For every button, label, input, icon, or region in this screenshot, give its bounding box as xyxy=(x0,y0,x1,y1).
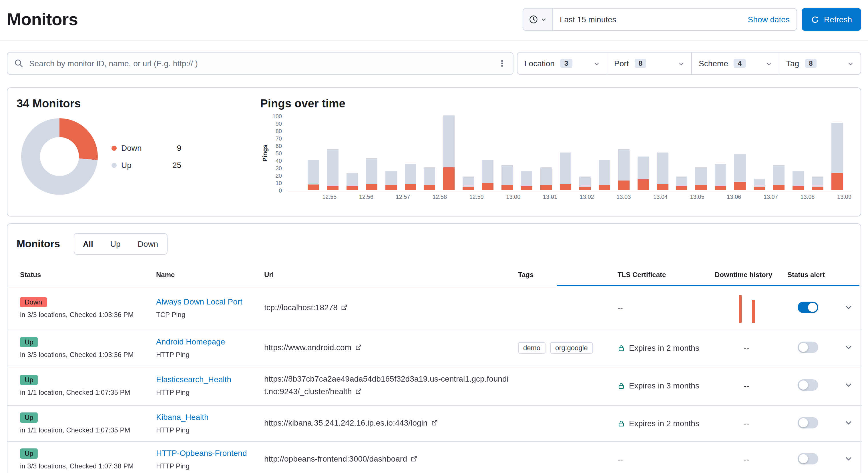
external-link-icon[interactable] xyxy=(431,417,438,430)
downtime-history-cell: -- xyxy=(710,330,783,366)
filter-label: Tag xyxy=(786,59,799,68)
status-alert-toggle[interactable] xyxy=(798,417,818,429)
monitor-name-link[interactable]: Elasticsearch_Health xyxy=(156,375,231,384)
status-badge: Up xyxy=(20,449,38,459)
toggle-knob xyxy=(808,302,817,312)
status-alert-cell xyxy=(783,366,835,406)
x-axis: 12:5512:5612:5712:5812:5913:0013:0113:02… xyxy=(286,194,851,203)
external-link-icon[interactable] xyxy=(410,453,417,466)
super-date-picker: Last 15 minutes Show dates xyxy=(523,8,797,31)
tag-badge[interactable]: org:google xyxy=(550,342,593,353)
tab-all[interactable]: All xyxy=(74,234,102,254)
tags-cell xyxy=(514,286,613,330)
checked-text: in 1/1 location, Checked 1:07:35 PM xyxy=(20,427,147,434)
search-box xyxy=(7,52,514,75)
show-dates-link[interactable]: Show dates xyxy=(748,15,790,24)
pings-bar xyxy=(637,156,649,190)
monitor-name-link[interactable]: Kibana_Health xyxy=(156,413,209,422)
url-cell: tcp://localhost:18278 xyxy=(259,286,514,330)
legend-item[interactable]: Up25 xyxy=(112,161,181,170)
tags-cell xyxy=(514,406,613,442)
expand-row-chevron-icon[interactable] xyxy=(844,303,852,313)
x-tick-label: 13:07 xyxy=(764,194,778,200)
legend-item[interactable]: Down9 xyxy=(112,143,181,153)
monitor-name-link[interactable]: Android Homepage xyxy=(156,337,225,346)
col-status: Status xyxy=(7,264,152,286)
tags-cell xyxy=(514,442,613,473)
filter-port[interactable]: Port 8 xyxy=(607,52,692,75)
status-badge: Up xyxy=(20,413,38,423)
pings-bar xyxy=(463,176,474,190)
status-alert-toggle[interactable] xyxy=(798,379,818,391)
url-cell: https://kibana.35.241.242.16.ip.es.io:44… xyxy=(259,406,514,442)
external-link-icon[interactable] xyxy=(355,342,362,354)
monitors-count-title: 34 Monitors xyxy=(17,97,257,110)
pings-bar xyxy=(443,115,455,190)
refresh-button[interactable]: Refresh xyxy=(802,8,861,31)
checked-text: in 3/3 locations, Checked 1:03:36 PM xyxy=(20,311,147,319)
expand-row-chevron-icon[interactable] xyxy=(844,343,852,353)
name-cell: Elasticsearch_Health HTTP Ping xyxy=(152,366,259,406)
status-alert-cell xyxy=(783,406,835,442)
downtime-sparkline xyxy=(715,293,778,323)
status-cell: Up in 1/1 location, Checked 1:07:35 PM xyxy=(7,406,152,442)
col-expand xyxy=(835,264,862,286)
checked-text: in 3/3 locations, Checked 1:03:36 PM xyxy=(20,351,147,359)
pings-bar xyxy=(676,176,688,190)
x-tick-label: 13:05 xyxy=(690,194,705,200)
pings-bar xyxy=(308,160,319,190)
legend-label: Down xyxy=(121,143,142,153)
external-link-icon[interactable] xyxy=(355,386,362,398)
downtime-history-cell: -- xyxy=(710,442,783,473)
table-row: Down in 3/3 locations, Checked 1:03:36 P… xyxy=(7,286,862,330)
col-status-alert: Status alert xyxy=(783,264,835,286)
monitors-table: Status Name Url Tags TLS Certificate Dow… xyxy=(7,264,862,473)
name-cell: Android Homepage HTTP Ping xyxy=(152,330,259,366)
x-tick-label: 13:09 xyxy=(837,194,851,200)
filter-group: Location 3 Port 8 Scheme 4 Tag 8 xyxy=(517,52,861,75)
x-tick-label: 12:59 xyxy=(469,194,484,200)
tag-badge[interactable]: demo xyxy=(518,342,546,353)
y-tick-label: 20 xyxy=(276,172,282,179)
monitor-name-link[interactable]: Always Down Local Port xyxy=(156,297,243,306)
y-tick-label: 10 xyxy=(276,180,282,186)
pings-bar xyxy=(695,167,707,190)
status-alert-toggle[interactable] xyxy=(798,341,818,353)
expand-row-chevron-icon[interactable] xyxy=(844,419,852,429)
pings-over-time: Pings over time Pings 010203040506070809… xyxy=(257,97,851,207)
filter-scheme[interactable]: Scheme 4 xyxy=(692,52,779,75)
name-cell: Kibana_Health HTTP Ping xyxy=(152,406,259,442)
status-alert-toggle[interactable] xyxy=(798,453,818,465)
status-alert-toggle[interactable] xyxy=(798,301,818,313)
search-input[interactable] xyxy=(29,59,492,68)
tab-up[interactable]: Up xyxy=(102,234,129,254)
filter-tag[interactable]: Tag 8 xyxy=(779,52,861,75)
lock-icon xyxy=(618,420,625,428)
date-range-display[interactable]: Last 15 minutes Show dates xyxy=(553,8,797,30)
table-row: Up in 3/3 locations, Checked 1:07:38 PM … xyxy=(7,442,862,473)
pings-bar xyxy=(599,160,610,190)
tls-cell: -- xyxy=(613,286,710,330)
quick-select-button[interactable] xyxy=(523,8,553,30)
refresh-icon xyxy=(811,15,819,24)
page-title: Monitors xyxy=(7,10,78,29)
boxes-vertical-icon[interactable] xyxy=(498,59,506,67)
pings-bar xyxy=(521,171,532,190)
pings-bar xyxy=(793,171,804,190)
external-link-icon[interactable] xyxy=(341,302,348,314)
monitor-list-panel: Monitors All Up Down Status Name Url xyxy=(7,223,861,473)
donut-legend: Down9Up25 xyxy=(112,143,181,170)
y-tick-label: 90 xyxy=(276,121,282,127)
monitor-url: tcp://localhost:18278 xyxy=(264,302,338,312)
expand-row-chevron-icon[interactable] xyxy=(844,455,852,465)
toggle-knob xyxy=(799,454,808,463)
toggle-knob xyxy=(799,342,808,351)
status-badge: Up xyxy=(20,375,38,385)
monitor-name-link[interactable]: HTTP-Opbeans-Frontend xyxy=(156,449,247,458)
filter-location[interactable]: Location 3 xyxy=(517,52,607,75)
tab-down[interactable]: Down xyxy=(129,234,167,254)
expand-row-chevron-icon[interactable] xyxy=(844,381,852,391)
tls-cell: Expires in 3 months xyxy=(613,366,710,406)
legend-value: 9 xyxy=(177,143,181,153)
y-tick-label: 40 xyxy=(276,158,282,164)
